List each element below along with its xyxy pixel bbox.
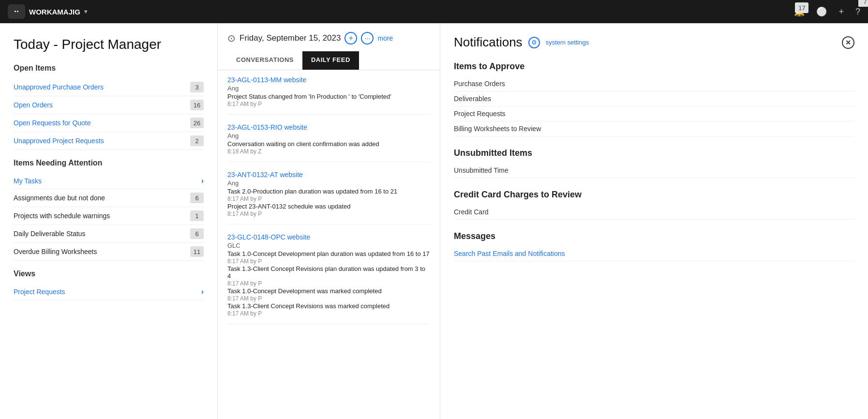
feed-project-link[interactable]: 23-GLC-0148-OPC website	[227, 233, 430, 241]
messages-section: Messages Search Past Emails and Notifica…	[454, 231, 854, 261]
project-requests-arrow[interactable]: ›	[201, 287, 204, 296]
messages-title: Messages	[454, 231, 854, 241]
notifications-icon[interactable]: 🔔 17	[794, 6, 805, 17]
feed-time: 8:17 AM by P	[227, 195, 430, 202]
feed-item: 23-AGL-0153-RIO website Ang Conversation…	[227, 123, 430, 162]
feed-desc: Task 1.0-Concept Development was marked …	[227, 287, 430, 295]
feed-time: 8:17 AM by P	[227, 280, 430, 287]
overdue-billing-label: Overdue Billing Worksheets	[14, 248, 97, 255]
add-icon[interactable]: +	[838, 7, 844, 17]
logo-icon: ··	[8, 4, 25, 19]
assignments-due-label: Assignments due but not done	[14, 194, 105, 202]
date-display: Friday, September 15, 2023	[239, 33, 341, 43]
feed-time: 8:17 AM by P	[227, 210, 430, 217]
schedule-warnings-count: 1	[190, 210, 204, 221]
app-menu-chevron[interactable]: ▾	[84, 8, 87, 15]
my-tasks-arrow[interactable]: ›	[201, 177, 204, 185]
feed-desc: Project Status changed from 'In Producti…	[227, 93, 430, 100]
feed-desc: Task 1.3-Client Concept Revisions plan d…	[227, 265, 430, 280]
system-settings-gear-button[interactable]: ⚙	[528, 37, 540, 48]
list-item: Open Requests for Quote 26	[14, 114, 204, 132]
notifications-header: Notifications ⚙ system settings ✕	[454, 35, 854, 50]
feed-time: 8:18 AM by Z	[227, 148, 430, 155]
unsubmitted-items-section: Unsubmitted Items Unsubmitted Time 1	[454, 148, 854, 178]
more-label[interactable]: more	[377, 34, 393, 42]
unapproved-purchase-orders-count: 3	[190, 82, 204, 92]
unsubmitted-items-title: Unsubmitted Items	[454, 148, 854, 158]
list-item: Project Requests ›	[14, 284, 204, 300]
feed-client: Ang	[227, 132, 430, 139]
feed-desc: Conversation waiting on client confirmat…	[227, 140, 430, 148]
purchase-orders-row: Purchase Orders 3	[454, 76, 854, 91]
views-title: Views	[14, 269, 204, 278]
middle-header: ⊙ Friday, September 15, 2023 + ··· more	[218, 23, 440, 51]
feed-project-link[interactable]: 23-ANT-0132-AT website	[227, 171, 430, 179]
list-item: Projects with schedule warnings 1	[14, 207, 204, 225]
views-list: Project Requests ›	[14, 284, 204, 300]
unapproved-purchase-orders-link[interactable]: Unapproved Purchase Orders	[14, 83, 104, 91]
feed-item: 23-AGL-0113-MM website Ang Project Statu…	[227, 76, 430, 115]
list-item: Daily Deliverable Status 6	[14, 225, 204, 243]
feed-project-link[interactable]: 23-AGL-0113-MM website	[227, 76, 430, 84]
unsubmitted-time-label[interactable]: Unsubmitted Time	[454, 166, 509, 174]
purchase-orders-label[interactable]: Purchase Orders	[454, 80, 505, 88]
notification-badge: 17	[795, 2, 808, 13]
credit-card-section: Credit Card Charges to Review Credit Car…	[454, 190, 854, 220]
unapproved-project-requests-count: 2	[190, 135, 204, 146]
deliverables-label[interactable]: Deliverables	[454, 95, 491, 103]
app-logo[interactable]: ·· WORKAMAJIG ▾	[8, 4, 87, 19]
feed-time: 8:17 AM by P	[227, 258, 430, 265]
items-to-approve-title: Items to Approve	[454, 61, 854, 72]
list-item: Overdue Billing Worksheets 11	[14, 243, 204, 261]
list-item: Open Orders 16	[14, 96, 204, 114]
project-requests-label[interactable]: Project Requests	[454, 110, 506, 118]
credit-card-label[interactable]: Credit Card	[454, 208, 489, 216]
search-icon[interactable]: ⚪	[816, 6, 827, 17]
unapproved-project-requests-link[interactable]: Unapproved Project Requests	[14, 137, 104, 145]
feed-content: 23-AGL-0113-MM website Ang Project Statu…	[218, 70, 440, 419]
open-requests-quote-count: 26	[190, 118, 204, 128]
feed-project-link[interactable]: 23-AGL-0153-RIO website	[227, 123, 430, 131]
feed-client: Ang	[227, 85, 430, 92]
assignments-due-count: 6	[190, 193, 204, 203]
project-requests-view-link[interactable]: Project Requests	[14, 288, 65, 296]
search-emails-row: Search Past Emails and Notifications	[454, 246, 854, 261]
tab-daily-feed[interactable]: DAILY FEED	[302, 51, 359, 70]
open-orders-link[interactable]: Open Orders	[14, 101, 53, 109]
more-options-button[interactable]: ···	[361, 32, 374, 45]
schedule-warnings-label: Projects with schedule warnings	[14, 212, 110, 220]
feed-time: 8:17 AM by P	[227, 101, 430, 107]
feed-time: 8:17 AM by P	[227, 310, 430, 317]
middle-panel: ⊙ Friday, September 15, 2023 + ··· more …	[218, 23, 440, 419]
open-items-list: Unapproved Purchase Orders 3 Open Orders…	[14, 78, 204, 150]
attention-list: My Tasks › Assignments due but not done …	[14, 173, 204, 261]
list-item: Assignments due but not done 6	[14, 189, 204, 207]
feed-desc: Task 1.0-Concept Development plan durati…	[227, 250, 430, 257]
billing-worksheets-label[interactable]: Billing Worksheets to Review	[454, 125, 541, 133]
search-past-emails-link[interactable]: Search Past Emails and Notifications	[454, 250, 565, 257]
help-icon[interactable]: ?	[855, 7, 860, 17]
notifications-title: Notifications	[454, 35, 523, 50]
list-item: Unapproved Purchase Orders 3	[14, 78, 204, 96]
system-settings-link[interactable]: system settings	[546, 39, 589, 46]
daily-deliverable-label: Daily Deliverable Status	[14, 230, 86, 238]
top-navigation: ·· WORKAMAJIG ▾ 🔔 17 ⚪ + ?	[0, 0, 868, 23]
feed-time: 8:17 AM by P	[227, 295, 430, 302]
my-tasks-link[interactable]: My Tasks	[14, 177, 42, 185]
feed-desc: Project 23-ANT-0132 schedule was updated	[227, 203, 430, 210]
credit-card-title: Credit Card Charges to Review	[454, 190, 854, 200]
credit-card-row: Credit Card 7	[454, 205, 854, 220]
close-notifications-button[interactable]: ✕	[842, 36, 854, 49]
date-area: ⊙ Friday, September 15, 2023 + ··· more	[227, 32, 393, 45]
daily-deliverable-count: 6	[190, 228, 204, 239]
overdue-billing-count: 11	[190, 246, 204, 257]
feed-client: GLC	[227, 242, 430, 249]
tab-conversations[interactable]: CONVERSATIONS	[227, 51, 302, 70]
feed-desc: Task 1.3-Client Concept Revisions was ma…	[227, 302, 430, 310]
open-requests-quote-link[interactable]: Open Requests for Quote	[14, 119, 91, 127]
feed-item: 23-GLC-0148-OPC website GLC Task 1.0-Con…	[227, 233, 430, 324]
billing-worksheets-row: Billing Worksheets to Review 7	[454, 121, 854, 136]
feed-client: Ang	[227, 180, 430, 187]
add-date-button[interactable]: +	[344, 32, 357, 45]
feed-item: 23-ANT-0132-AT website Ang Task 2.0-Prod…	[227, 171, 430, 224]
